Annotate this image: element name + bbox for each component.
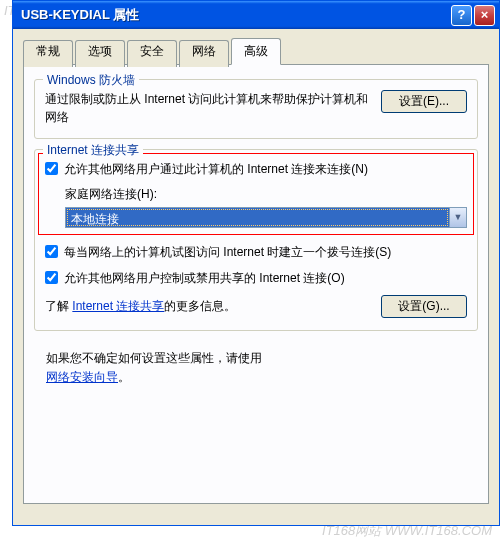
tab-strip: 常规 选项 安全 网络 高级 bbox=[23, 38, 489, 65]
tab-network[interactable]: 网络 bbox=[179, 40, 229, 67]
chevron-down-icon[interactable]: ▼ bbox=[449, 208, 466, 227]
tab-panel: Windows 防火墙 通过限制或防止从 Internet 访问此计算机来帮助保… bbox=[23, 64, 489, 504]
close-button[interactable]: × bbox=[474, 5, 495, 26]
help-button[interactable]: ? bbox=[451, 5, 472, 26]
titlebar-text: USB-KEYDIAL 属性 bbox=[17, 6, 449, 24]
allow-connect-checkbox[interactable] bbox=[45, 162, 58, 175]
firewall-settings-button[interactable]: 设置(E)... bbox=[381, 90, 467, 113]
learn-more-row: 了解 Internet 连接共享的更多信息。 设置(G)... bbox=[45, 295, 467, 318]
learn-more-text: 了解 Internet 连接共享的更多信息。 bbox=[45, 298, 236, 315]
allow-control-label: 允许其他网络用户控制或禁用共享的 Internet 连接(O) bbox=[64, 269, 467, 287]
allow-connect-row: 允许其他网络用户通过此计算机的 Internet 连接来连接(N) bbox=[45, 160, 467, 178]
home-network-value: 本地连接 bbox=[66, 208, 449, 227]
allow-control-row: 允许其他网络用户控制或禁用共享的 Internet 连接(O) bbox=[45, 269, 467, 287]
dialog-body: 常规 选项 安全 网络 高级 Windows 防火墙 通过限制或防止从 Inte… bbox=[13, 29, 499, 525]
highlight-frame: 允许其他网络用户通过此计算机的 Internet 连接来连接(N) 家庭网络连接… bbox=[38, 153, 474, 235]
tab-security[interactable]: 安全 bbox=[127, 40, 177, 67]
home-network-combobox[interactable]: 本地连接 ▼ bbox=[65, 207, 467, 228]
allow-connect-label: 允许其他网络用户通过此计算机的 Internet 连接来连接(N) bbox=[64, 160, 467, 178]
firewall-description: 通过限制或防止从 Internet 访问此计算机来帮助保护计算机和网络 bbox=[45, 90, 373, 126]
ics-settings-button[interactable]: 设置(G)... bbox=[381, 295, 467, 318]
ics-help-link[interactable]: Internet 连接共享 bbox=[72, 299, 164, 313]
tab-general[interactable]: 常规 bbox=[23, 40, 73, 67]
dial-on-demand-checkbox[interactable] bbox=[45, 245, 58, 258]
firewall-group-title: Windows 防火墙 bbox=[43, 72, 139, 89]
wizard-hint: 如果您不确定如何设置这些属性，请使用 网络安装向导。 bbox=[46, 349, 478, 387]
home-network-label: 家庭网络连接(H): bbox=[65, 186, 467, 203]
ics-group-title: Internet 连接共享 bbox=[43, 142, 143, 159]
network-setup-wizard-link[interactable]: 网络安装向导 bbox=[46, 370, 118, 384]
allow-control-checkbox[interactable] bbox=[45, 271, 58, 284]
ics-group: Internet 连接共享 允许其他网络用户通过此计算机的 Internet 连… bbox=[34, 149, 478, 331]
tab-advanced[interactable]: 高级 bbox=[231, 38, 281, 65]
firewall-group: Windows 防火墙 通过限制或防止从 Internet 访问此计算机来帮助保… bbox=[34, 79, 478, 139]
dial-on-demand-row: 每当网络上的计算机试图访问 Internet 时建立一个拨号连接(S) bbox=[45, 243, 467, 261]
titlebar[interactable]: USB-KEYDIAL 属性 ? × bbox=[13, 1, 499, 29]
tab-options[interactable]: 选项 bbox=[75, 40, 125, 67]
dial-on-demand-label: 每当网络上的计算机试图访问 Internet 时建立一个拨号连接(S) bbox=[64, 243, 467, 261]
properties-dialog: USB-KEYDIAL 属性 ? × 常规 选项 安全 网络 高级 Window… bbox=[12, 0, 500, 526]
